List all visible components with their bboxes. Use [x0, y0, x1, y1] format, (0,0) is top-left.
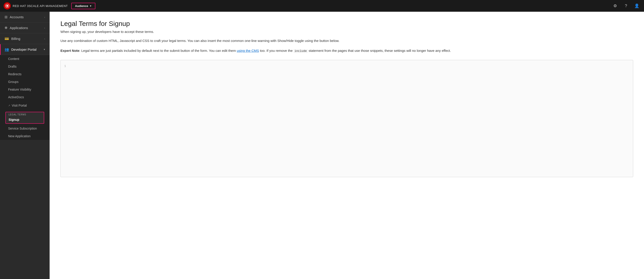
legal-terms-group: Legal Terms Signup — [3, 112, 47, 124]
settings-button[interactable]: ⚙ — [612, 2, 619, 9]
logo-text: RED HAT 3SCALE API MANAGEMENT — [13, 4, 68, 8]
help-icon: ? — [625, 3, 627, 8]
chevron-right-icon: › — [44, 37, 45, 40]
svg-point-1 — [6, 5, 8, 7]
service-subscription-label: Service Subscription — [8, 127, 37, 130]
layout: ⊞ Accounts › ❋ Applications › 💳 Billing … — [0, 12, 644, 279]
sidebar-item-feature-visibility[interactable]: Feature Visibility — [0, 86, 50, 93]
top-navbar: RED HAT 3SCALE API MANAGEMENT Audience ▼… — [0, 0, 644, 12]
user-button[interactable]: 👤 — [633, 2, 640, 9]
developer-portal-icon: 👥 — [4, 47, 9, 52]
expert-note: Expert Note: Legal terms are just partia… — [60, 48, 633, 54]
sidebar-item-new-application[interactable]: New Application — [0, 132, 50, 140]
sidebar-item-redirects[interactable]: Redirects — [0, 70, 50, 78]
sidebar-item-activedocs[interactable]: ActiveDocs — [0, 93, 50, 101]
page-title: Legal Terms for Signup — [60, 20, 633, 27]
billing-icon: 💳 — [4, 36, 9, 41]
groups-label: Groups — [8, 80, 18, 84]
sidebar-item-billing[interactable]: 💳 Billing › — [0, 33, 50, 44]
logo-icon — [4, 2, 11, 9]
sidebar-item-signup[interactable]: Signup — [6, 116, 44, 123]
applications-icon: ❋ — [4, 26, 8, 30]
sidebar-item-groups[interactable]: Groups — [0, 78, 50, 86]
legal-terms-section-label: Legal Terms — [6, 112, 44, 116]
chevron-right-icon: › — [44, 26, 45, 29]
chevron-down-icon: ▼ — [90, 5, 92, 7]
main-content: Legal Terms for Signup When signing up, … — [50, 12, 644, 279]
line-number-1: 1 — [64, 64, 66, 68]
sidebar-item-content[interactable]: Content — [0, 55, 50, 63]
developer-portal-label: Developer Portal — [11, 47, 36, 51]
gear-icon: ⚙ — [613, 3, 617, 8]
accounts-icon: ⊞ — [4, 15, 8, 19]
redirects-label: Redirects — [8, 72, 22, 76]
sidebar: ⊞ Accounts › ❋ Applications › 💳 Billing … — [0, 12, 50, 279]
expert-note-text2: too. If you remove the — [259, 49, 293, 52]
chevron-down-icon: ▾ — [44, 48, 45, 51]
sidebar-item-accounts[interactable]: ⊞ Accounts › — [0, 12, 50, 22]
billing-label: Billing — [11, 37, 20, 40]
activedocs-label: ActiveDocs — [8, 95, 24, 99]
visit-portal-link[interactable]: ↗ Visit Portal — [0, 101, 50, 110]
sidebar-item-service-subscription[interactable]: Service Subscription — [0, 125, 50, 132]
include-code: include — [294, 49, 308, 53]
visit-portal-label: Visit Portal — [12, 104, 27, 107]
logo: RED HAT 3SCALE API MANAGEMENT — [4, 2, 68, 9]
developer-portal-submenu: Content Drafts Redirects Groups Feature … — [0, 55, 50, 140]
sidebar-item-applications[interactable]: ❋ Applications › — [0, 22, 50, 33]
feature-visibility-label: Feature Visibility — [8, 88, 31, 91]
help-button[interactable]: ? — [622, 2, 630, 9]
content-label: Content — [8, 57, 19, 61]
expert-note-text1: : Legal terms are just partials included… — [79, 49, 237, 52]
sidebar-item-developer-portal[interactable]: 👥 Developer Portal ▾ — [0, 44, 50, 55]
drafts-label: Drafts — [8, 65, 16, 68]
page-description: Use any combination of custom HTML, Java… — [60, 38, 633, 43]
applications-label: Applications — [10, 26, 28, 30]
external-link-icon: ↗ — [8, 104, 10, 107]
user-icon: 👤 — [634, 3, 639, 8]
accounts-label: Accounts — [10, 15, 24, 19]
audience-label: Audience — [75, 4, 88, 8]
legal-terms-box: Legal Terms Signup — [6, 112, 44, 124]
new-application-label: New Application — [8, 134, 31, 138]
code-editor[interactable]: 1 — [60, 60, 633, 177]
audience-dropdown-button[interactable]: Audience ▼ — [71, 3, 95, 9]
expert-note-bold: Expert Note — [60, 49, 79, 52]
expert-note-text3: statement from the pages that use those … — [308, 49, 451, 52]
sidebar-item-drafts[interactable]: Drafts — [0, 63, 50, 70]
page-subtitle: When signing up, your developers have to… — [60, 30, 633, 33]
using-cms-link[interactable]: using the CMS — [237, 49, 259, 52]
chevron-right-icon: › — [44, 16, 45, 18]
